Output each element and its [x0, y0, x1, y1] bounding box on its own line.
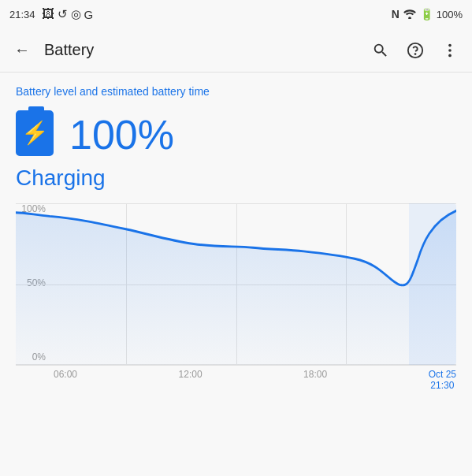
battery-chart: 100% 50% 0%: [16, 203, 456, 385]
battery-percentage: 100%: [69, 111, 174, 158]
battery-bolt-icon: ⚡: [21, 122, 49, 144]
main-content: Battery level and estimated battery time…: [0, 73, 472, 397]
status-bar: 21:34 🖼 ↺ ◎ G N 🔋 100%: [0, 0, 472, 28]
x-label-time: 21:30: [430, 380, 454, 391]
battery-body: ⚡: [16, 110, 54, 156]
x-label-oct25: Oct 25 21:30: [429, 369, 456, 391]
more-options-button[interactable]: [434, 35, 466, 66]
battery-line-chart: [16, 203, 456, 365]
help-button[interactable]: [400, 35, 431, 66]
charging-status: Charging: [16, 165, 456, 191]
x-label-1800: 18:00: [303, 369, 327, 380]
search-button[interactable]: [365, 35, 396, 66]
svg-point-4: [448, 49, 452, 52]
rotate-icon: ↺: [58, 7, 68, 21]
svg-point-3: [448, 43, 452, 46]
app-bar: ← Battery: [0, 28, 472, 73]
translate-icon: G: [84, 8, 94, 21]
battery-percent-status: 100%: [437, 9, 463, 20]
time-display: 21:34: [9, 9, 35, 20]
back-icon: ←: [14, 41, 30, 59]
back-button[interactable]: ←: [6, 35, 38, 66]
x-label-date: Oct 25: [429, 369, 456, 380]
battery-display: ⚡ 100%: [16, 110, 456, 159]
app-bar-actions: [365, 35, 466, 66]
chart-x-axis: 06:00 12:00 18:00 Oct 25 21:30: [54, 369, 456, 391]
photo-icon: 🖼: [42, 7, 54, 21]
instagram-icon: ◎: [71, 7, 81, 21]
status-time: 21:34 🖼 ↺ ◎ G: [9, 7, 93, 21]
wifi-icon: [403, 8, 417, 21]
battery-status-icon: 🔋: [420, 8, 433, 20]
nfc-icon: N: [392, 8, 400, 20]
svg-point-0: [408, 17, 411, 19]
page-title: Battery: [38, 41, 365, 59]
status-right-icons: N 🔋 100%: [392, 8, 463, 21]
svg-point-5: [448, 54, 452, 57]
battery-icon: ⚡: [16, 110, 57, 159]
x-label-1200: 12:00: [179, 369, 203, 380]
section-label: Battery level and estimated battery time: [16, 85, 456, 98]
x-label-0600: 06:00: [54, 369, 77, 380]
